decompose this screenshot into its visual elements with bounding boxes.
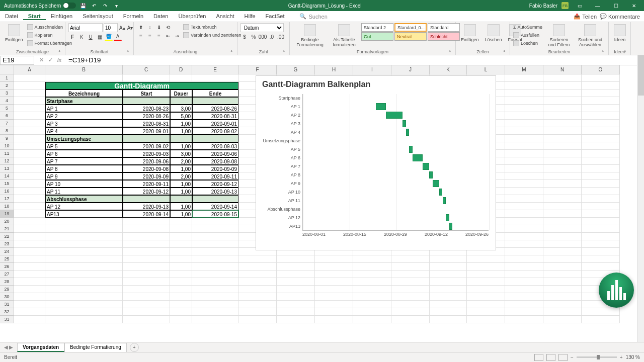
cell[interactable]: 2020-09-11 [123,180,170,188]
scrollbar-thumb[interactable] [638,55,644,96]
align-bottom-icon[interactable]: ⬇ [155,23,163,31]
cell[interactable] [14,82,45,89]
cell[interactable] [45,263,123,270]
cell[interactable] [170,97,192,105]
tab-factset[interactable]: FactSet [261,13,290,19]
cell[interactable] [430,263,467,270]
row-header-8[interactable]: 8 [0,127,14,135]
cell[interactable] [170,263,192,270]
cell[interactable] [430,301,467,308]
col-header-K[interactable]: K [430,65,467,74]
cell[interactable]: AP 8 [45,165,123,172]
cell[interactable] [45,286,123,293]
cell[interactable] [192,218,238,225]
cell[interactable] [430,278,467,286]
cell[interactable] [353,308,391,316]
cell[interactable] [14,233,45,240]
cell[interactable] [192,135,238,142]
cell[interactable] [277,286,315,293]
merge-button[interactable]: Verbinden und zentrieren [183,31,242,39]
clear-button[interactable]: Löschen [513,39,542,47]
cell[interactable] [543,240,582,248]
insert-cells-button[interactable]: Einfügen [459,23,481,43]
cell[interactable] [45,248,123,255]
fx-icon[interactable]: fx [55,57,63,63]
cell[interactable] [123,293,170,301]
tab-datei[interactable]: Datei [0,13,23,19]
cell[interactable] [505,248,543,255]
cell[interactable] [14,308,45,316]
page-layout-view-icon[interactable] [546,354,555,361]
cell[interactable]: Startphase [45,97,123,105]
tab-hilfe[interactable]: Hilfe [239,13,261,19]
cell[interactable] [543,203,582,210]
cell[interactable] [353,301,391,308]
save-icon[interactable]: 💾 [79,2,87,10]
cell[interactable] [192,270,238,278]
cell[interactable] [14,89,45,97]
cell[interactable]: 1,00 [170,120,192,127]
cell[interactable] [14,225,45,233]
cell[interactable] [277,255,315,263]
conditional-format-button[interactable]: Bedingte Formatierung [293,23,327,48]
cell[interactable]: AP 9 [45,172,123,180]
fill-button[interactable]: Ausfüllen [513,31,542,39]
cell[interactable] [543,286,582,293]
cell[interactable] [505,203,543,210]
cell[interactable] [277,308,315,316]
cell[interactable] [582,89,620,97]
cell[interactable] [315,263,353,270]
cell[interactable] [505,240,543,248]
cell[interactable] [170,218,192,225]
cell[interactable] [315,308,353,316]
cell[interactable] [123,286,170,293]
cell[interactable] [170,270,192,278]
cell[interactable] [170,308,192,316]
row-header-7[interactable]: 7 [0,120,14,127]
row-header-18[interactable]: 18 [0,203,14,210]
cell[interactable] [123,301,170,308]
cell[interactable] [353,263,391,270]
cell[interactable] [170,293,192,301]
cell[interactable] [14,105,45,112]
cell[interactable] [505,293,543,301]
cell[interactable] [123,270,170,278]
cell[interactable]: 2020-09-14 [192,203,238,210]
cell[interactable] [582,218,620,225]
cell[interactable] [582,82,620,89]
cell[interactable]: 3,00 [170,105,192,112]
cell[interactable] [14,142,45,150]
cell[interactable]: 2020-09-06 [192,150,238,157]
cell[interactable] [170,301,192,308]
vertical-scrollbar[interactable] [637,55,644,342]
align-left-icon[interactable]: ≡ [137,32,145,40]
tab-formeln[interactable]: Formeln [118,13,148,19]
cell[interactable] [277,270,315,278]
cell[interactable] [14,112,45,120]
cell[interactable] [123,308,170,316]
cell[interactable] [170,74,192,82]
cell[interactable] [353,316,391,323]
col-header-J[interactable]: J [391,65,430,74]
style-standard[interactable]: Standard [428,23,460,32]
cell[interactable] [238,255,277,263]
cell[interactable] [277,316,315,323]
cell[interactable] [391,255,430,263]
cell[interactable] [430,270,467,278]
cell[interactable] [543,270,582,278]
cell[interactable]: AP 6 [45,150,123,157]
cell[interactable] [467,293,505,301]
cell[interactable] [170,248,192,255]
undo-icon[interactable]: ↶ [90,2,98,10]
cell[interactable]: Umsetzungsphase [45,135,123,142]
cell[interactable] [238,263,277,270]
cell[interactable]: 2020-08-31 [123,120,170,127]
cell[interactable] [14,248,45,255]
cell[interactable] [14,188,45,195]
cell[interactable]: 2020-09-13 [123,203,170,210]
cell[interactable] [543,142,582,150]
cell[interactable] [543,82,582,89]
cell[interactable] [238,301,277,308]
ideas-button[interactable]: Ideen [612,23,628,43]
cell[interactable] [123,240,170,248]
